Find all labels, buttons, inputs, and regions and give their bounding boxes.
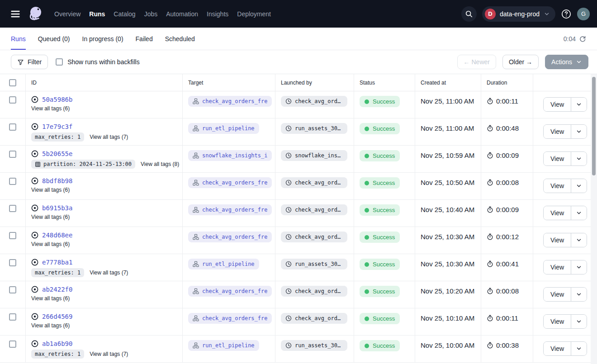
target-pill[interactable]: snowflake_insights_import [188, 150, 272, 161]
launched-by-pill[interactable]: check_avg_orders_f… [281, 286, 347, 297]
row-checkbox[interactable] [9, 340, 16, 348]
launched-by-pill[interactable]: snowflake_insights_… [281, 150, 347, 161]
view-button[interactable]: View [544, 342, 571, 355]
view-all-tags-link[interactable]: View all tags (6) [31, 214, 70, 220]
nav-item-overview[interactable]: Overview [54, 10, 81, 18]
tab-in-progress[interactable]: In progress (0) [82, 28, 123, 50]
view-dropdown-button[interactable] [571, 233, 587, 247]
run-id-link[interactable]: ab2422f0 [42, 286, 72, 293]
help-button[interactable] [561, 9, 572, 19]
launched-by-pill[interactable]: run_assets_30min [281, 123, 347, 134]
view-all-tags-link[interactable]: View all tags (7) [90, 351, 128, 357]
vertical-scrollbar[interactable] [591, 74, 597, 364]
view-button[interactable]: View [544, 152, 571, 165]
view-all-tags-link[interactable]: View all tags (7) [90, 269, 128, 276]
nav-item-insights[interactable]: Insights [207, 10, 228, 18]
launched-by-pill[interactable]: run_assets_30min [281, 259, 347, 269]
view-all-tags-link[interactable]: View all tags (6) [31, 187, 70, 193]
stopwatch-icon [487, 98, 493, 104]
view-all-tags-link[interactable]: View all tags (6) [31, 241, 70, 247]
target-pill[interactable]: check_avg_orders_freshne [188, 96, 272, 107]
view-dropdown-button[interactable] [571, 206, 587, 220]
view-button[interactable]: View [544, 125, 571, 138]
row-checkbox[interactable] [9, 313, 16, 321]
launched-by-pill[interactable]: run_assets_30min [281, 340, 347, 351]
target-pill[interactable]: check_avg_orders_freshne [188, 286, 272, 297]
nav-item-deployment[interactable]: Deployment [237, 10, 271, 18]
backfills-checkbox-row[interactable]: Show runs within backfills [56, 58, 140, 66]
tab-failed[interactable]: Failed [136, 28, 153, 50]
filter-button[interactable]: Filter [11, 55, 48, 69]
row-checkbox[interactable] [9, 96, 16, 104]
target-pill[interactable]: check_avg_orders_freshne [188, 313, 272, 324]
view-all-tags-link[interactable]: View all tags (6) [31, 295, 70, 302]
run-id-link[interactable]: 248d68ee [42, 232, 72, 239]
row-checkbox[interactable] [9, 259, 16, 266]
view-all-tags-link[interactable]: View all tags (6) [31, 322, 70, 329]
view-button[interactable]: View [544, 288, 571, 301]
row-checkbox[interactable] [9, 178, 16, 185]
run-id-link[interactable]: 8bdf8b98 [42, 177, 72, 184]
view-button[interactable]: View [544, 98, 571, 111]
launched-by-pill[interactable]: check_avg_orders_f… [281, 232, 347, 242]
view-dropdown-button[interactable] [571, 152, 587, 165]
view-dropdown-button[interactable] [571, 315, 587, 328]
scrollbar-thumb[interactable] [592, 77, 596, 175]
nav-item-runs[interactable]: Runs [89, 10, 105, 18]
row-checkbox[interactable] [9, 123, 16, 131]
row-checkbox[interactable] [9, 151, 16, 158]
view-dropdown-button[interactable] [571, 288, 587, 301]
run-id-link[interactable]: b6915b3a [42, 204, 72, 212]
target-pill[interactable]: check_avg_orders_freshne [188, 232, 272, 242]
run-id-link[interactable]: 50a5986b [42, 96, 72, 103]
hamburger-menu-button[interactable] [8, 7, 23, 21]
view-dropdown-button[interactable] [571, 179, 587, 193]
view-dropdown-button[interactable] [571, 342, 587, 355]
target-pill[interactable]: check_avg_orders_freshne [188, 204, 272, 215]
workspace-switcher[interactable]: D data-eng-prod [482, 6, 555, 22]
tab-scheduled[interactable]: Scheduled [165, 28, 195, 50]
run-id-link[interactable]: e7778ba1 [42, 259, 72, 266]
target-pill[interactable]: run_etl_pipeline [188, 123, 259, 134]
run-id-link[interactable]: 17e79c3f [42, 123, 72, 130]
launched-by-pill[interactable]: check_avg_orders_f… [281, 204, 347, 215]
view-all-tags-link[interactable]: View all tags (6) [31, 105, 70, 112]
target-pill[interactable]: run_etl_pipeline [188, 340, 259, 351]
tab-runs[interactable]: Runs [11, 28, 26, 50]
search-button[interactable] [461, 6, 477, 22]
view-button[interactable]: View [544, 206, 571, 220]
user-avatar[interactable]: G [577, 8, 590, 20]
row-checkbox[interactable] [9, 205, 16, 212]
actions-button[interactable]: Actions [545, 55, 588, 69]
run-id-link[interactable]: ab1a6b90 [42, 340, 72, 347]
view-all-tags-link[interactable]: View all tags (8) [141, 161, 179, 167]
target-pill-text: check_avg_orders_freshne [202, 315, 267, 321]
run-id-link[interactable]: 5b20655e [42, 150, 72, 157]
dagster-logo[interactable] [27, 5, 44, 23]
launched-by-pill[interactable]: check_avg_orders_f… [281, 177, 347, 188]
view-button[interactable]: View [544, 179, 571, 193]
tab-queued[interactable]: Queued (0) [38, 28, 70, 50]
row-checkbox[interactable] [9, 232, 16, 239]
nav-item-catalog[interactable]: Catalog [114, 10, 135, 18]
older-button[interactable]: Older → [502, 55, 539, 69]
target-pill[interactable]: check_avg_orders_freshne [188, 177, 272, 188]
view-all-tags-link[interactable]: View all tags (7) [90, 134, 128, 140]
view-dropdown-button[interactable] [571, 125, 587, 138]
select-all-checkbox[interactable] [9, 79, 16, 86]
newer-button[interactable]: ← Newer [457, 55, 496, 69]
run-id-link[interactable]: 266d4569 [42, 313, 72, 320]
launched-by-pill[interactable]: check_avg_orders_f… [281, 96, 347, 107]
row-checkbox[interactable] [9, 286, 16, 293]
nav-item-automation[interactable]: Automation [166, 10, 198, 18]
target-pill[interactable]: run_etl_pipeline [188, 259, 259, 269]
view-dropdown-button[interactable] [571, 260, 587, 274]
refresh-icon[interactable] [579, 35, 586, 43]
nav-item-jobs[interactable]: Jobs [144, 10, 158, 18]
view-button[interactable]: View [544, 233, 571, 247]
backfills-checkbox[interactable] [56, 58, 63, 66]
view-dropdown-button[interactable] [571, 98, 587, 111]
view-button[interactable]: View [544, 260, 571, 274]
launched-by-pill[interactable]: check_avg_orders_f… [281, 313, 347, 324]
view-button[interactable]: View [544, 315, 571, 328]
